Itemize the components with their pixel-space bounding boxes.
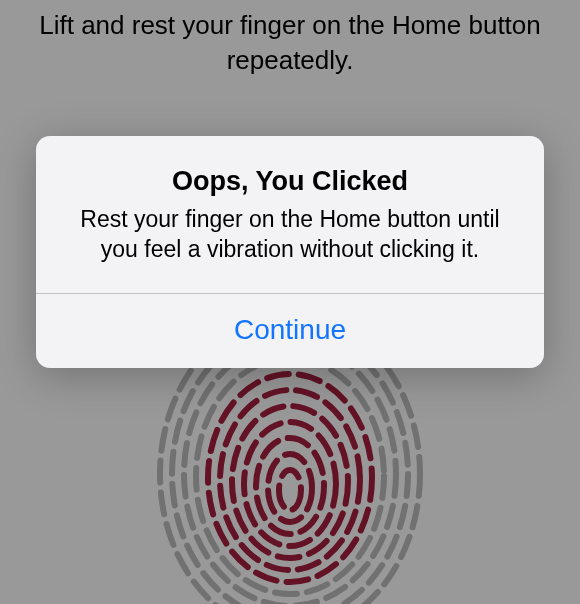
- continue-button[interactable]: Continue: [36, 294, 544, 368]
- alert-message: Rest your finger on the Home button unti…: [64, 205, 516, 265]
- alert-dialog: Oops, You Clicked Rest your finger on th…: [36, 136, 544, 368]
- alert-title: Oops, You Clicked: [64, 166, 516, 197]
- alert-body: Oops, You Clicked Rest your finger on th…: [36, 136, 544, 293]
